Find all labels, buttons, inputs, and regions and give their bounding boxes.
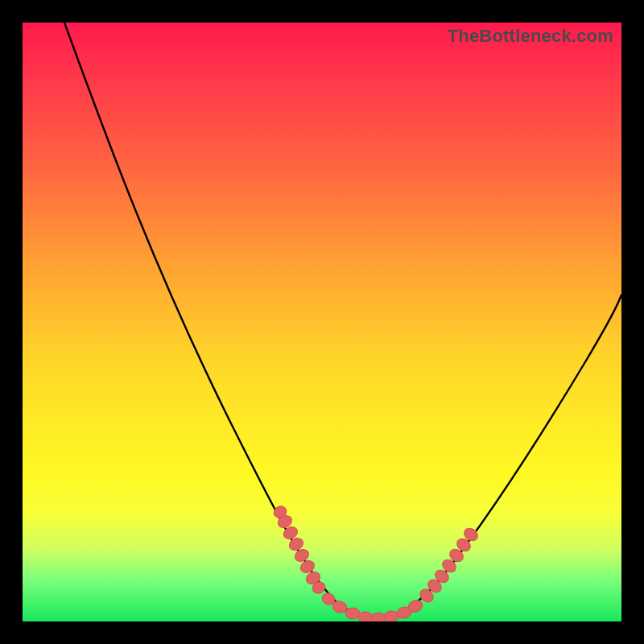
marker-dot xyxy=(358,612,373,621)
chart-frame: TheBottleneck.com xyxy=(0,0,644,644)
bottleneck-curve-path xyxy=(64,23,621,618)
marker-dot xyxy=(345,608,360,619)
plot-area: TheBottleneck.com xyxy=(23,23,621,621)
marker-dot xyxy=(371,613,386,621)
highlight-markers xyxy=(272,504,481,621)
marker-dot xyxy=(384,611,398,621)
curve-svg xyxy=(23,23,621,621)
